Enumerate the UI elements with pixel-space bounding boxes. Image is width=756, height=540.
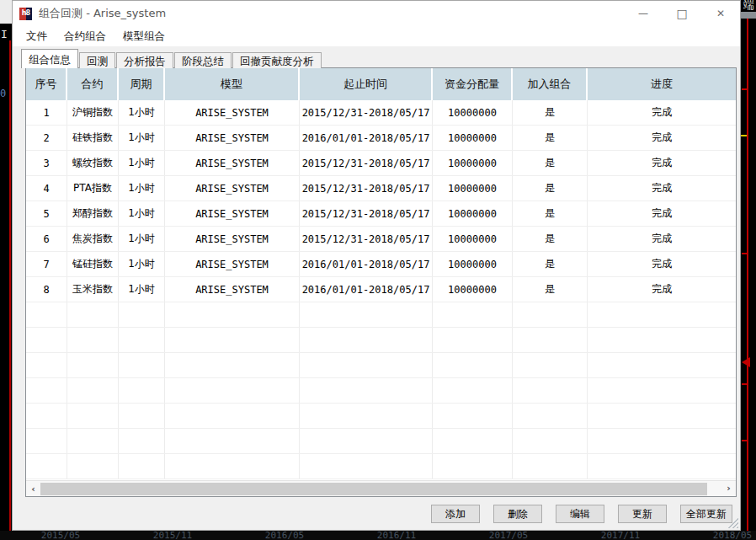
axis-date-label: 2015/05 [41,531,80,540]
tab-analysis-report[interactable]: 分析报告 [116,52,173,68]
menu-item-contract-portfolio[interactable]: 合约组合 [56,27,114,46]
table-cell: 完成 [588,252,736,276]
column-header[interactable]: 起止时间 [300,68,433,100]
tab-backtest[interactable]: 回测 [79,52,115,68]
empty-table-cell [433,454,513,479]
empty-table-row [26,302,736,328]
tab-drawdown-contribution[interactable]: 回撤贡献度分析 [232,52,322,68]
table-row[interactable]: 4PTA指数1小时ARISE_SYSTEM2015/12/31-2018/05/… [26,176,736,201]
empty-table-cell [300,302,433,327]
menu-item-model-portfolio[interactable]: 模型组合 [114,27,173,46]
delete-button[interactable]: 删除 [493,505,542,523]
scroll-left-icon[interactable]: ‹ [26,482,40,496]
table-row[interactable]: 1沪铜指数1小时ARISE_SYSTEM2015/12/31-2018/05/1… [26,100,736,126]
table-cell: 10000000 [433,277,513,302]
empty-table-row [26,378,736,404]
column-header[interactable]: 加入组合 [513,68,588,100]
empty-table-cell [165,353,300,377]
table-row[interactable]: 5郑醇指数1小时ARISE_SYSTEM2015/12/31-2018/05/1… [26,201,736,227]
table-cell: ARISE_SYSTEM [165,151,300,175]
title-bar[interactable]: h8 组合回测 - Arise_system — □ ✕ [13,1,740,26]
menu-item-file[interactable]: 文件 [18,27,56,46]
table-cell: 2015/12/31-2018/05/17 [300,151,433,175]
scroll-right-icon[interactable]: › [721,481,736,495]
edit-button[interactable]: 编辑 [556,505,604,523]
app-icon: h8 [19,8,32,20]
portfolio-backtest-window: h8 组合回测 - Arise_system — □ ✕ 文件合约组合模型组合 … [12,0,741,531]
table-row[interactable]: 6焦炭指数1小时ARISE_SYSTEM2015/12/31-2018/05/1… [26,227,736,252]
table-cell: 2016/01/01-2018/05/17 [300,126,433,150]
table-cell: 10000000 [433,252,513,276]
empty-table-cell [588,328,736,352]
table-cell: 完成 [588,100,736,125]
table-cell: 螺纹指数 [67,151,119,175]
table-cell: 玉米指数 [67,277,119,302]
empty-table-cell [300,404,433,428]
table-cell: 2015/12/31-2018/05/17 [300,201,433,226]
empty-table-cell [588,353,736,377]
empty-table-row [26,328,736,353]
close-button[interactable]: ✕ [701,1,740,26]
empty-table-cell [119,429,165,453]
dialog-content: 组合信息回测分析报告阶段总结回撤贡献度分析 序号合约周期模型起止时间资金分配量加… [13,46,740,530]
table-cell: 1小时 [119,227,165,251]
table-cell: ARISE_SYSTEM [165,277,300,302]
empty-table-cell [588,429,736,453]
empty-table-cell [26,429,67,453]
empty-table-cell [513,353,588,377]
table-cell: 2016/01/01-2018/05/17 [300,277,433,302]
column-header[interactable]: 进度 [588,68,736,100]
table-cell: 1小时 [119,151,165,175]
empty-table-cell [588,404,736,428]
chart-marker-icon [742,357,750,367]
table-cell: ARISE_SYSTEM [165,252,300,276]
add-button[interactable]: 添加 [431,505,480,523]
table-cell: 1小时 [119,201,165,226]
empty-table-cell [119,454,165,479]
table-cell: 10000000 [433,176,513,200]
axis-date-label: 2016/11 [377,531,416,540]
empty-table-row [26,353,736,378]
table-cell: 硅铁指数 [67,126,119,150]
column-header[interactable]: 序号 [26,68,67,100]
column-header[interactable]: 资金分配量 [433,68,513,100]
table-row[interactable]: 3螺纹指数1小时ARISE_SYSTEM2015/12/31-2018/05/1… [26,151,736,176]
scrollbar-thumb[interactable] [40,483,707,495]
empty-table-cell [513,302,588,327]
table-header-row: 序号合约周期模型起止时间资金分配量加入组合进度 [26,68,736,100]
table-row[interactable]: 2硅铁指数1小时ARISE_SYSTEM2016/01/01-2018/05/1… [26,126,736,151]
horizontal-scrollbar[interactable]: ‹ › [26,480,736,496]
table-cell: 郑醇指数 [67,201,119,226]
table-cell: 1小时 [119,277,165,302]
empty-table-cell [119,353,165,377]
table-cell: 2016/01/01-2018/05/17 [300,252,433,276]
column-header[interactable]: 合约 [67,68,119,100]
axis-date-label: 2017/11 [601,531,640,540]
update-button[interactable]: 更新 [618,505,667,523]
table-cell: 1小时 [119,126,165,150]
table-cell: 6 [26,227,67,251]
update-all-button[interactable]: 全部更新 [680,505,732,523]
empty-table-cell [119,328,165,352]
table-row[interactable]: 8玉米指数1小时ARISE_SYSTEM2016/01/01-2018/05/1… [26,277,736,302]
maximize-button[interactable]: □ [663,1,701,26]
table-cell: ARISE_SYSTEM [165,201,300,226]
empty-table-row [26,429,736,454]
column-header[interactable]: 周期 [119,68,165,100]
window-title: 组合回测 - Arise_system [39,6,166,21]
minimize-button[interactable]: — [624,1,663,26]
table-row[interactable]: 7锰硅指数1小时ARISE_SYSTEM2016/01/01-2018/05/1… [26,252,736,277]
table-cell: 完成 [588,176,736,200]
table-cell: 2015/12/31-2018/05/17 [300,227,433,251]
background-left-number: 0 [0,88,6,99]
tab-stage-summary[interactable]: 阶段总结 [174,52,232,68]
table-cell: 1小时 [119,252,165,276]
column-header[interactable]: 模型 [165,68,300,100]
table-cell: 1小时 [119,176,165,200]
action-buttons: 添加删除编辑更新全部更新 [431,505,732,523]
table-cell: ARISE_SYSTEM [165,176,300,200]
table-cell: 10000000 [433,201,513,226]
tab-portfolio-info[interactable]: 组合信息 [21,49,78,68]
background-chart-line [9,40,11,540]
empty-table-cell [588,454,736,479]
